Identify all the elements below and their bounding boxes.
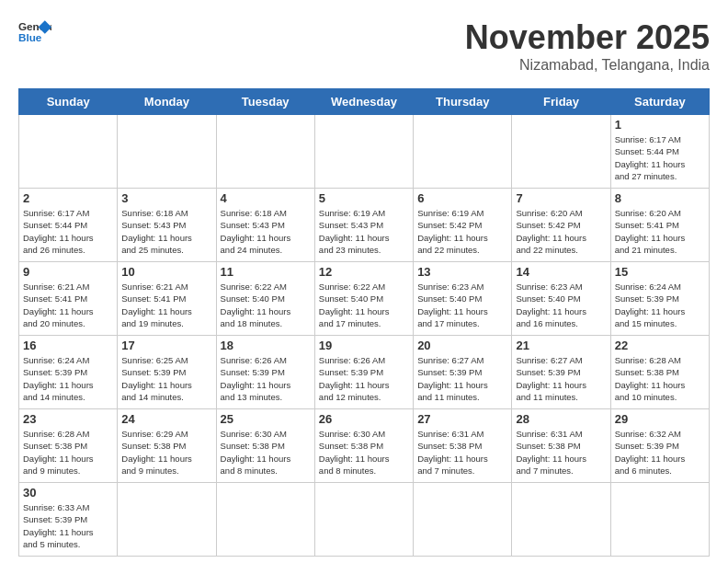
logo: General Blue bbox=[18, 18, 51, 44]
calendar-week-4: 16Sunrise: 6:24 AM Sunset: 5:39 PM Dayli… bbox=[19, 336, 710, 409]
cell-info: Sunrise: 6:27 AM Sunset: 5:39 PM Dayligh… bbox=[516, 354, 606, 403]
calendar-cell: 23Sunrise: 6:28 AM Sunset: 5:38 PM Dayli… bbox=[19, 409, 118, 483]
cell-info: Sunrise: 6:24 AM Sunset: 5:39 PM Dayligh… bbox=[615, 281, 705, 329]
calendar-cell bbox=[314, 483, 413, 557]
calendar-cell: 24Sunrise: 6:29 AM Sunset: 5:38 PM Dayli… bbox=[118, 409, 216, 483]
calendar-cell: 10Sunrise: 6:21 AM Sunset: 5:41 PM Dayli… bbox=[118, 262, 216, 336]
cell-info: Sunrise: 6:22 AM Sunset: 5:40 PM Dayligh… bbox=[221, 281, 311, 329]
cell-info: Sunrise: 6:29 AM Sunset: 5:38 PM Dayligh… bbox=[121, 428, 211, 477]
day-number: 21 bbox=[516, 339, 606, 352]
day-number: 10 bbox=[121, 265, 211, 279]
cell-info: Sunrise: 6:19 AM Sunset: 5:42 PM Dayligh… bbox=[417, 207, 507, 256]
calendar-cell: 1Sunrise: 6:17 AM Sunset: 5:44 PM Daylig… bbox=[610, 115, 709, 189]
calendar-cell bbox=[118, 115, 216, 189]
calendar-cell bbox=[19, 115, 118, 189]
weekday-header-monday: Monday bbox=[118, 89, 216, 115]
day-number: 20 bbox=[417, 339, 507, 352]
calendar-cell: 4Sunrise: 6:18 AM Sunset: 5:43 PM Daylig… bbox=[216, 189, 314, 262]
weekday-header-friday: Friday bbox=[512, 89, 610, 115]
calendar-week-2: 2Sunrise: 6:17 AM Sunset: 5:44 PM Daylig… bbox=[19, 189, 710, 262]
day-number: 15 bbox=[615, 265, 705, 279]
day-number: 13 bbox=[417, 265, 507, 279]
day-number: 3 bbox=[121, 191, 211, 205]
day-number: 29 bbox=[615, 412, 705, 426]
day-number: 9 bbox=[23, 265, 113, 279]
calendar-cell bbox=[414, 483, 512, 557]
cell-info: Sunrise: 6:23 AM Sunset: 5:40 PM Dayligh… bbox=[516, 281, 606, 329]
cell-info: Sunrise: 6:27 AM Sunset: 5:39 PM Dayligh… bbox=[417, 354, 507, 403]
calendar-week-3: 9Sunrise: 6:21 AM Sunset: 5:41 PM Daylig… bbox=[19, 262, 710, 336]
weekday-header-sunday: Sunday bbox=[19, 89, 118, 115]
calendar-cell: 5Sunrise: 6:19 AM Sunset: 5:43 PM Daylig… bbox=[314, 189, 413, 262]
calendar-cell: 2Sunrise: 6:17 AM Sunset: 5:44 PM Daylig… bbox=[19, 189, 118, 262]
title-area: November 2025 Nizamabad, Telangana, Indi… bbox=[465, 18, 710, 74]
calendar-cell bbox=[414, 115, 512, 189]
day-number: 8 bbox=[615, 191, 705, 205]
cell-info: Sunrise: 6:25 AM Sunset: 5:39 PM Dayligh… bbox=[121, 354, 211, 403]
cell-info: Sunrise: 6:21 AM Sunset: 5:41 PM Dayligh… bbox=[23, 281, 113, 329]
location-subtitle: Nizamabad, Telangana, India bbox=[465, 57, 710, 74]
calendar-cell: 12Sunrise: 6:22 AM Sunset: 5:40 PM Dayli… bbox=[314, 262, 413, 336]
calendar-week-6: 30Sunrise: 6:33 AM Sunset: 5:39 PM Dayli… bbox=[19, 483, 710, 557]
calendar-cell: 11Sunrise: 6:22 AM Sunset: 5:40 PM Dayli… bbox=[216, 262, 314, 336]
cell-info: Sunrise: 6:24 AM Sunset: 5:39 PM Dayligh… bbox=[23, 354, 113, 403]
day-number: 12 bbox=[319, 265, 409, 279]
day-number: 6 bbox=[417, 191, 507, 205]
calendar-cell: 20Sunrise: 6:27 AM Sunset: 5:39 PM Dayli… bbox=[414, 336, 512, 409]
calendar-week-1: 1Sunrise: 6:17 AM Sunset: 5:44 PM Daylig… bbox=[19, 115, 710, 189]
calendar-cell: 13Sunrise: 6:23 AM Sunset: 5:40 PM Dayli… bbox=[414, 262, 512, 336]
calendar-cell bbox=[610, 483, 709, 557]
day-number: 2 bbox=[23, 191, 113, 205]
day-number: 16 bbox=[23, 339, 113, 352]
calendar-cell: 8Sunrise: 6:20 AM Sunset: 5:41 PM Daylig… bbox=[610, 189, 709, 262]
calendar-table: SundayMondayTuesdayWednesdayThursdayFrid… bbox=[18, 88, 710, 557]
day-number: 5 bbox=[319, 191, 409, 205]
calendar-cell: 15Sunrise: 6:24 AM Sunset: 5:39 PM Dayli… bbox=[610, 262, 709, 336]
cell-info: Sunrise: 6:20 AM Sunset: 5:41 PM Dayligh… bbox=[615, 207, 705, 256]
calendar-cell: 27Sunrise: 6:31 AM Sunset: 5:38 PM Dayli… bbox=[414, 409, 512, 483]
calendar-cell: 21Sunrise: 6:27 AM Sunset: 5:39 PM Dayli… bbox=[512, 336, 610, 409]
day-number: 19 bbox=[319, 339, 409, 352]
calendar-cell: 7Sunrise: 6:20 AM Sunset: 5:42 PM Daylig… bbox=[512, 189, 610, 262]
cell-info: Sunrise: 6:28 AM Sunset: 5:38 PM Dayligh… bbox=[23, 428, 113, 477]
weekday-header-wednesday: Wednesday bbox=[314, 89, 413, 115]
cell-info: Sunrise: 6:18 AM Sunset: 5:43 PM Dayligh… bbox=[121, 207, 211, 256]
calendar-cell: 28Sunrise: 6:31 AM Sunset: 5:38 PM Dayli… bbox=[512, 409, 610, 483]
calendar-cell: 16Sunrise: 6:24 AM Sunset: 5:39 PM Dayli… bbox=[19, 336, 118, 409]
svg-text:Blue: Blue bbox=[18, 31, 42, 43]
cell-info: Sunrise: 6:22 AM Sunset: 5:40 PM Dayligh… bbox=[319, 281, 409, 329]
calendar-cell bbox=[118, 483, 216, 557]
cell-info: Sunrise: 6:17 AM Sunset: 5:44 PM Dayligh… bbox=[23, 207, 113, 256]
calendar-cell: 14Sunrise: 6:23 AM Sunset: 5:40 PM Dayli… bbox=[512, 262, 610, 336]
day-number: 14 bbox=[516, 265, 606, 279]
cell-info: Sunrise: 6:26 AM Sunset: 5:39 PM Dayligh… bbox=[221, 354, 311, 403]
day-number: 18 bbox=[221, 339, 311, 352]
cell-info: Sunrise: 6:30 AM Sunset: 5:38 PM Dayligh… bbox=[319, 428, 409, 477]
cell-info: Sunrise: 6:30 AM Sunset: 5:38 PM Dayligh… bbox=[221, 428, 311, 477]
day-number: 27 bbox=[417, 412, 507, 426]
calendar-cell bbox=[512, 483, 610, 557]
day-number: 17 bbox=[121, 339, 211, 352]
logo-icon: General Blue bbox=[18, 18, 51, 44]
day-number: 30 bbox=[23, 486, 113, 500]
calendar-cell: 9Sunrise: 6:21 AM Sunset: 5:41 PM Daylig… bbox=[19, 262, 118, 336]
calendar-cell: 30Sunrise: 6:33 AM Sunset: 5:39 PM Dayli… bbox=[19, 483, 118, 557]
calendar-cell bbox=[512, 115, 610, 189]
day-number: 24 bbox=[121, 412, 211, 426]
day-number: 23 bbox=[23, 412, 113, 426]
calendar-cell: 19Sunrise: 6:26 AM Sunset: 5:39 PM Dayli… bbox=[314, 336, 413, 409]
day-number: 11 bbox=[221, 265, 311, 279]
calendar-cell: 25Sunrise: 6:30 AM Sunset: 5:38 PM Dayli… bbox=[216, 409, 314, 483]
weekday-header-tuesday: Tuesday bbox=[216, 89, 314, 115]
calendar-cell: 6Sunrise: 6:19 AM Sunset: 5:42 PM Daylig… bbox=[414, 189, 512, 262]
month-title: November 2025 bbox=[465, 18, 710, 57]
calendar-week-5: 23Sunrise: 6:28 AM Sunset: 5:38 PM Dayli… bbox=[19, 409, 710, 483]
calendar-cell bbox=[314, 115, 413, 189]
day-number: 7 bbox=[516, 191, 606, 205]
cell-info: Sunrise: 6:20 AM Sunset: 5:42 PM Dayligh… bbox=[516, 207, 606, 256]
day-number: 28 bbox=[516, 412, 606, 426]
calendar-cell: 3Sunrise: 6:18 AM Sunset: 5:43 PM Daylig… bbox=[118, 189, 216, 262]
cell-info: Sunrise: 6:17 AM Sunset: 5:44 PM Dayligh… bbox=[615, 133, 705, 182]
cell-info: Sunrise: 6:19 AM Sunset: 5:43 PM Dayligh… bbox=[319, 207, 409, 256]
cell-info: Sunrise: 6:32 AM Sunset: 5:39 PM Dayligh… bbox=[615, 428, 705, 477]
